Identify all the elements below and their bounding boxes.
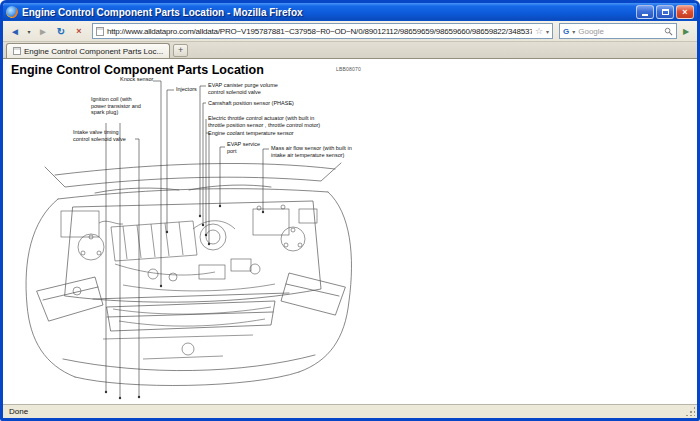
stop-button[interactable]: × (71, 23, 87, 39)
page-content: Engine Control Component Parts Location … (3, 58, 697, 404)
search-placeholder: Google (578, 27, 661, 36)
back-history-dropdown[interactable]: ▾ (25, 23, 33, 39)
car-outline (26, 163, 351, 386)
back-button[interactable]: ◄ (7, 23, 23, 39)
titlebar[interactable]: Engine Control Component Parts Location … (3, 3, 697, 21)
status-text: Done (9, 407, 28, 416)
minimize-button[interactable] (636, 5, 654, 19)
google-logo-icon: G (563, 27, 569, 36)
resize-grip[interactable] (685, 406, 695, 416)
maximize-button[interactable] (656, 5, 674, 19)
diagram-label-evap-service-port: EVAP service port (227, 141, 267, 154)
url-history-dropdown-icon[interactable]: ▾ (546, 28, 549, 35)
go-icon: ▶ (683, 27, 689, 36)
diagram-label-injectors: Injectors (176, 86, 211, 93)
reload-icon: ↻ (57, 26, 65, 37)
figure-id: LBB08070 (336, 66, 361, 72)
go-button[interactable]: ▶ (679, 23, 693, 39)
maximize-icon (662, 9, 669, 15)
window-title: Engine Control Component Parts Location … (22, 7, 632, 18)
minimize-icon (642, 14, 648, 16)
tab-bar: Engine Control Component Parts Loc... + (3, 42, 697, 58)
diagram-label-camshaft-sensor: Camshaft position sensor (PHASE) (208, 100, 313, 107)
diagram-label-ignition-coil: Ignition coil (with power transistor and… (91, 96, 141, 116)
forward-button[interactable]: ► (35, 23, 51, 39)
tab-label: Engine Control Component Parts Loc... (24, 47, 163, 56)
status-bar: Done (3, 404, 697, 418)
window-controls: × (636, 5, 694, 19)
diagram-label-throttle-actuator: Electric throttle control actuator (with… (208, 115, 330, 128)
page-favicon-icon (96, 27, 104, 36)
close-icon: × (682, 8, 687, 17)
stop-icon: × (76, 26, 81, 36)
tab-engine-control[interactable]: Engine Control Component Parts Loc... (6, 43, 170, 58)
close-button[interactable]: × (676, 5, 694, 19)
search-engine-dropdown-icon[interactable]: ▾ (572, 28, 575, 35)
diagram-label-knock-sensor: Knock sensor (120, 76, 165, 83)
diagram-label-maf-sensor: Mass air flow sensor (with built in inta… (271, 145, 353, 158)
new-tab-button[interactable]: + (173, 44, 188, 57)
forward-icon: ► (38, 26, 48, 37)
diagram-label-intake-valve-timing: Intake valve timing control solenoid val… (73, 129, 135, 142)
search-box[interactable]: G ▾ Google (559, 23, 677, 39)
url-bar[interactable]: http://www.alldatapro.com/alldata/PRO~V1… (92, 23, 553, 39)
navigation-toolbar: ◄ ▾ ► ↻ × http://www.alldatapro.com/alld… (3, 21, 697, 42)
chevron-down-icon: ▾ (27, 28, 30, 35)
firefox-icon (6, 6, 18, 18)
search-icon[interactable] (664, 27, 673, 36)
engine-parts (61, 205, 317, 359)
tab-favicon-icon (13, 47, 21, 55)
bookmark-star-icon[interactable]: ☆ (535, 26, 543, 36)
browser-window: Engine Control Component Parts Location … (0, 0, 700, 421)
page-title: Engine Control Component Parts Location (11, 63, 264, 77)
diagram-label-coolant-sensor: Engine coolant temperature sensor (208, 130, 308, 137)
back-icon: ◄ (10, 26, 20, 37)
reload-button[interactable]: ↻ (53, 23, 69, 39)
url-text: http://www.alldatapro.com/alldata/PRO~V1… (107, 27, 532, 36)
diagram-label-evap-purge-valve: EVAP canister purge volume control solen… (208, 82, 288, 95)
